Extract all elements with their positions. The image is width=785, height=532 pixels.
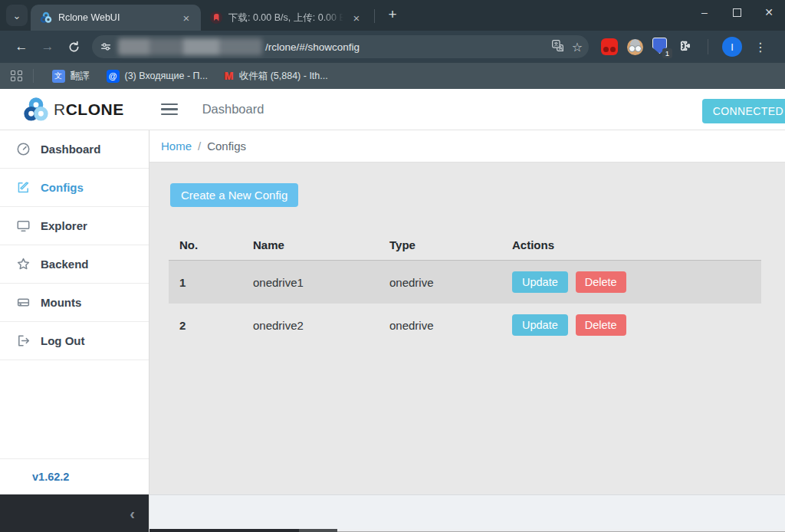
breadcrumb-home-link[interactable]: Home [161, 140, 192, 153]
tab-rclone-webui[interactable]: Rclone WebUI × [31, 5, 201, 31]
shield-badge: 1 [662, 48, 672, 58]
sidebar-spacer [0, 360, 149, 458]
new-tab-button[interactable]: + [383, 5, 402, 25]
address-bar[interactable]: /rclone/#/showconfig ☆ [92, 35, 589, 58]
scrollbar-left-segment [149, 529, 299, 532]
breadcrumb-separator: / [198, 140, 201, 153]
sidebar-item-configs[interactable]: Configs [0, 169, 149, 207]
tab-search-button[interactable]: ⌄ [6, 5, 28, 26]
maximize-icon [733, 8, 741, 17]
create-new-config-button[interactable]: Create a New Config [170, 183, 298, 207]
bookmark-translate[interactable]: 文 翻譯 [46, 67, 96, 86]
rclone-logo-icon [23, 97, 49, 122]
back-button[interactable]: ← [9, 34, 34, 59]
row-actions: Update Delete [501, 314, 761, 336]
page-footer [149, 494, 785, 529]
hamburger-menu-icon[interactable] [158, 100, 181, 118]
config-name: onedrive1 [242, 276, 379, 289]
column-header-name: Name [242, 238, 379, 251]
bookmark-mailru-inbox[interactable]: @ (3) Входящие - П... [100, 67, 215, 86]
configs-table: No. Name Type Actions 1 onedrive1 onedri… [169, 229, 761, 346]
monitor-icon [16, 218, 31, 233]
edit-icon [16, 180, 31, 195]
app-version[interactable]: v1.62.2 [32, 471, 69, 483]
star-icon [16, 257, 31, 271]
close-window-button[interactable]: ✕ [753, 0, 785, 25]
tab-title: Rclone WebUI [58, 12, 173, 23]
sidebar-item-mounts[interactable]: Mounts [0, 284, 149, 322]
window-controls: – ✕ [688, 0, 785, 25]
tab-close-icon[interactable]: × [350, 11, 363, 25]
config-name: onedrive2 [242, 319, 379, 332]
avatar-extension-icon[interactable] [627, 39, 643, 55]
scrollbar-track[interactable] [337, 529, 785, 532]
site-settings-icon[interactable] [100, 41, 112, 53]
url-text[interactable]: /rclone/#/showconfig [265, 41, 551, 53]
bookmark-star-icon[interactable]: ☆ [572, 40, 583, 54]
logout-icon [16, 333, 31, 348]
bookmark-label: 翻譯 [71, 70, 90, 83]
chevron-down-icon: ⌄ [13, 10, 21, 21]
shield-extension-icon[interactable]: 1 [652, 38, 669, 56]
column-header-type: Type [379, 238, 501, 251]
sidebar-item-logout[interactable]: Log Out [0, 322, 149, 360]
sidebar-collapse-bar: ‹ [0, 494, 149, 532]
maximize-button[interactable] [721, 0, 753, 25]
tab-downloader[interactable]: 下载: 0.00 B/s, 上传: 0.00 B/s × [201, 5, 371, 31]
update-button[interactable]: Update [512, 314, 568, 336]
collapse-chevron-icon[interactable]: ‹ [130, 506, 135, 521]
sidebar-item-label: Log Out [41, 334, 84, 347]
bookmark-gmail-inbox[interactable]: M 收件箱 (5,884) - Ith... [218, 67, 334, 86]
config-type: onedrive [379, 319, 501, 332]
tab-close-icon[interactable]: × [179, 11, 193, 25]
bookmarks-bar: 文 翻譯 @ (3) Входящие - П... M 收件箱 (5,884)… [0, 63, 785, 89]
column-header-actions: Actions [501, 238, 761, 251]
sidebar-item-explorer[interactable]: Explorer [0, 207, 149, 245]
row-actions: Update Delete [501, 271, 761, 293]
delete-button[interactable]: Delete [576, 314, 626, 336]
sidebar-item-label: Mounts [41, 296, 81, 309]
app-header: RCLONE Dashboard CONNECTED [0, 89, 785, 130]
apps-grid-icon[interactable] [11, 71, 22, 82]
config-no: 2 [169, 319, 242, 332]
browser-toolbar: ← → /rclone/#/showconfig [0, 31, 785, 63]
downloader-favicon-icon [210, 11, 222, 24]
forward-button[interactable]: → [35, 34, 60, 59]
browser-menu-icon[interactable]: ⋮ [751, 40, 770, 54]
rclone-logo[interactable]: RCLONE [23, 97, 124, 122]
breadcrumb-current: Configs [207, 140, 246, 153]
version-row: v1.62.2 [0, 458, 149, 494]
refresh-button[interactable] [61, 34, 86, 59]
toolbar-separator [708, 39, 708, 54]
column-header-no: No. [169, 238, 242, 251]
drive-icon [16, 295, 31, 310]
sidebar-item-label: Dashboard [41, 143, 100, 156]
page-title: Dashboard [202, 102, 264, 117]
red-extension-icon[interactable] [601, 38, 618, 55]
minimize-button[interactable]: – [688, 0, 721, 25]
breadcrumb: Home / Configs [149, 130, 785, 163]
refresh-icon [67, 41, 80, 54]
tab-bar: ⌄ Rclone WebUI × 下载: 0.00 B/s, 上传: 0.00 … [0, 0, 785, 31]
delete-button[interactable]: Delete [576, 271, 626, 293]
update-button[interactable]: Update [512, 271, 568, 293]
sidebar-item-backend[interactable]: Backend [0, 245, 149, 284]
sidebar-item-label: Backend [41, 258, 89, 271]
connection-status-button[interactable]: CONNECTED [702, 99, 785, 123]
sidebar-item-dashboard[interactable]: Dashboard [0, 130, 149, 169]
config-type: onedrive [379, 276, 501, 289]
puzzle-extensions-icon[interactable] [678, 39, 694, 54]
table-header-row: No. Name Type Actions [169, 229, 761, 261]
table-row: 2 onedrive2 onedrive Update Delete [169, 304, 761, 346]
redacted-url-segment [118, 38, 262, 55]
translate-icon[interactable] [551, 39, 564, 54]
tab-title: 下载: 0.00 B/s, 上传: 0.00 B/s [228, 11, 343, 25]
rclone-favicon-icon [40, 11, 52, 24]
sidebar: Dashboard Configs Explorer Backend [0, 130, 149, 532]
scrollbar-thumb[interactable] [299, 529, 337, 532]
logo-text: RCLONE [54, 100, 124, 119]
horizontal-scrollbar [149, 529, 785, 532]
profile-avatar[interactable]: I [722, 37, 742, 57]
translate-page-icon: 文 [52, 70, 65, 83]
tab-divider [374, 9, 375, 23]
